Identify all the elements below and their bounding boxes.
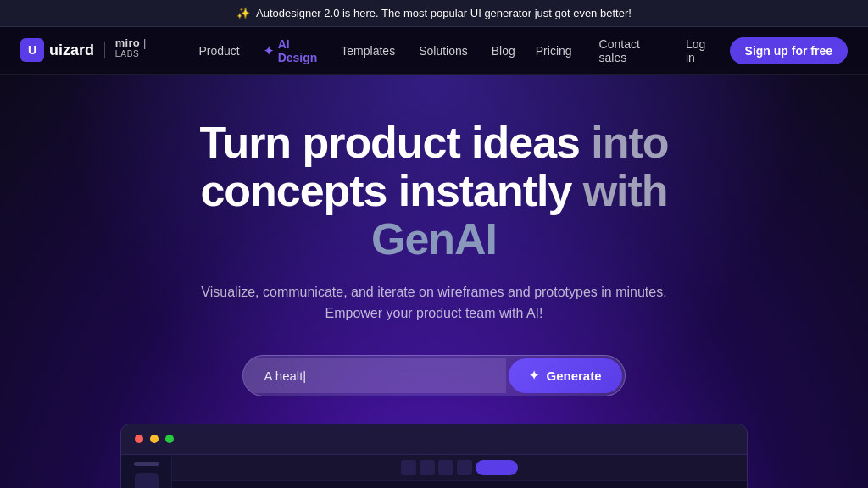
generate-button[interactable]: ✦ Generate	[509, 358, 621, 393]
navbar-right: Pricing Contact sales Log in Sign up for…	[526, 32, 848, 69]
toolbar-btn-2	[420, 460, 435, 475]
navbar-left: U uizard miro | LABS Product ✦ AI Design…	[20, 32, 526, 69]
generate-sparkle-icon: ✦	[529, 369, 539, 382]
app-toolbar-mini	[172, 455, 747, 481]
app-main-canvas	[172, 455, 747, 488]
toolbar-btn-1	[401, 460, 416, 475]
toolbar-btn-4	[457, 460, 472, 475]
hero-title-genai: GenAI	[371, 214, 497, 263]
miro-labs-label: miro | LABS	[115, 36, 162, 64]
nav-templates[interactable]: Templates	[331, 39, 405, 63]
nav-product[interactable]: Product	[188, 39, 249, 63]
hero-title: Turn product ideas into concepts instant…	[137, 119, 731, 264]
app-preview-inner	[121, 424, 747, 488]
hero-section: Turn product ideas into concepts instant…	[0, 75, 868, 488]
logo-group: U uizard miro | LABS	[20, 36, 161, 64]
toolbar-btn-3	[438, 460, 453, 475]
signup-button[interactable]: Sign up for free	[730, 37, 848, 64]
window-dot-yellow	[150, 435, 159, 443]
announcement-sparkle: ✨	[236, 7, 250, 19]
labs-text: LABS	[115, 49, 140, 58]
uizard-icon: U	[20, 38, 44, 62]
nav-ai-design-label: AI Design	[278, 37, 318, 64]
nav-blog[interactable]: Blog	[481, 39, 526, 63]
nav-ai-design[interactable]: ✦ AI Design	[253, 32, 328, 69]
generate-button-label: Generate	[546, 369, 601, 383]
hero-input-group: ✦ Generate	[242, 355, 625, 396]
hero-title-accent2: with	[583, 166, 668, 215]
app-preview	[120, 424, 748, 488]
app-topbar	[121, 424, 747, 455]
hero-prompt-input[interactable]	[243, 358, 506, 393]
sidebar-item-mini-1	[134, 462, 159, 466]
hero-subtitle: Visualize, communicate, and iterate on w…	[197, 281, 671, 324]
uizard-logo[interactable]: U uizard	[20, 38, 94, 62]
announcement-text: Autodesigner 2.0 is here. The most popul…	[256, 7, 632, 19]
hero-title-line2: concepts instantly	[200, 166, 582, 215]
logo-divider	[104, 42, 105, 58]
sidebar-item-mini-2	[135, 473, 159, 488]
miro-text: miro	[115, 36, 140, 49]
ai-sparkle-icon: ✦	[264, 44, 274, 58]
announcement-bar: ✨ Autodesigner 2.0 is here. The most pop…	[0, 0, 868, 27]
hero-title-accent1: into	[591, 118, 668, 167]
app-content-area	[121, 455, 747, 488]
nav-pricing[interactable]: Pricing	[526, 39, 582, 63]
toolbar-preview-btn	[476, 460, 518, 475]
nav-solutions[interactable]: Solutions	[409, 39, 478, 63]
app-sidebar-mini	[121, 455, 172, 488]
nav-login[interactable]: Log in	[676, 32, 723, 69]
uizard-name: uizard	[49, 42, 94, 59]
window-dot-red	[135, 435, 143, 443]
nav-contact-sales[interactable]: Contact sales	[589, 32, 669, 69]
hero-title-line1: Turn product ideas	[200, 118, 592, 167]
nav-links: Product ✦ AI Design Templates Solutions …	[188, 32, 525, 69]
window-dot-green	[165, 435, 174, 443]
navbar: U uizard miro | LABS Product ✦ AI Design…	[0, 27, 868, 75]
separator-text: |	[143, 36, 147, 49]
